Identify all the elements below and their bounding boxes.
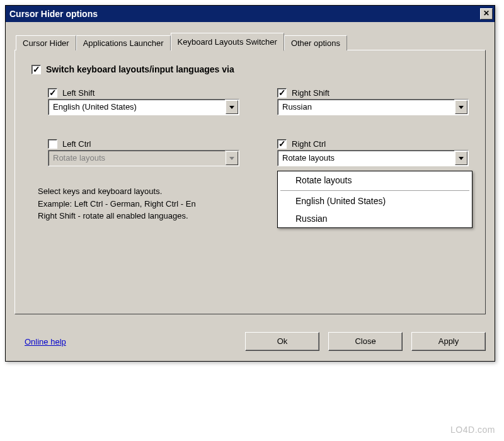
left-ctrl-label: Left Ctrl [62,139,91,149]
chevron-down-icon [229,157,234,160]
window-close-button[interactable]: ✕ [480,8,493,20]
left-shift-combobox[interactable]: English (United States) [48,99,239,115]
window-title: Cursor Hider options [9,9,98,19]
watermark: LO4D.com [450,425,495,435]
left-ctrl-value: Rotate layouts [49,151,225,166]
online-help-link[interactable]: Online help [25,337,66,346]
options-window: Cursor Hider options ✕ Cursor Hider Appl… [5,5,495,362]
right-shift-label: Right Shift [292,88,329,98]
dropdown-option-russian[interactable]: Russian [278,210,472,227]
close-button[interactable]: Close [328,332,403,351]
right-shift-value: Russian [278,100,454,115]
close-icon: ✕ [483,9,490,18]
left-ctrl-combobox: Rotate layouts [48,150,239,166]
chevron-down-icon [459,106,464,109]
right-shift-dropdown-button[interactable] [455,100,467,114]
right-ctrl-checkbox[interactable] [277,139,287,149]
chevron-down-icon [229,106,234,109]
tab-cursor-hider[interactable]: Cursor Hider [16,35,76,50]
titlebar: Cursor Hider options ✕ [6,6,495,22]
tab-keyboard-layouts-switcher[interactable]: Keyboard Layouts Switcher [171,33,284,51]
dropdown-option-rotate[interactable]: Rotate layouts [278,171,472,189]
ok-button[interactable]: Ok [245,332,319,351]
tab-panel: Switch keyboard layouts/input languages … [14,50,486,314]
right-ctrl-label: Right Ctrl [292,139,326,149]
chevron-down-icon [459,157,464,160]
apply-button[interactable]: Apply [411,332,486,351]
right-shift-checkbox[interactable] [277,88,287,98]
bottom-bar: Online help Ok Close Apply [6,323,495,361]
right-ctrl-combobox[interactable]: Rotate layouts [277,150,469,166]
tab-other-options[interactable]: Other options [284,35,347,50]
switch-layouts-checkbox[interactable] [32,65,41,74]
tabstrip: Cursor Hider Applications Launcher Keybo… [16,32,486,50]
left-shift-value: English (United States) [49,100,225,115]
tab-applications-launcher[interactable]: Applications Launcher [76,35,171,50]
right-ctrl-dropdown-button[interactable] [455,151,467,165]
dropdown-option-english[interactable]: English (United States) [278,192,472,210]
right-shift-combobox[interactable]: Russian [277,99,469,115]
left-shift-checkbox[interactable] [48,88,57,98]
right-ctrl-dropdown-list[interactable]: Rotate layouts English (United States) R… [277,171,472,228]
left-shift-label: Left Shift [62,88,94,98]
left-ctrl-checkbox[interactable] [48,139,57,149]
right-ctrl-value: Rotate layouts [278,151,454,166]
switch-layouts-label: Switch keyboard layouts/input languages … [46,64,234,74]
left-shift-dropdown-button[interactable] [226,100,238,114]
dropdown-separator [280,190,469,191]
left-ctrl-dropdown-button [226,151,238,165]
